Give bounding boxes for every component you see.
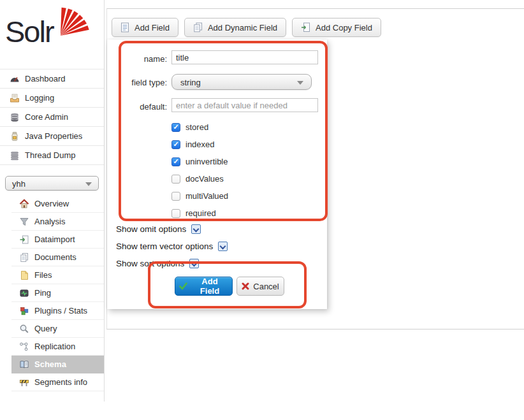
- sidebar-item-label: Overview: [34, 195, 69, 212]
- chevron-down-icon: [297, 81, 303, 85]
- checkbox-row-indexed[interactable]: indexed: [171, 140, 215, 149]
- solr-admin-app: Solr Dashboard Loggin: [0, 0, 524, 420]
- sidebar-item-label: Thread Dump: [25, 146, 75, 164]
- docvalues-checkbox[interactable]: [171, 175, 180, 184]
- core-nav: Overview Analysis Dataimport Documents: [0, 195, 104, 391]
- schema-icon: [18, 359, 29, 370]
- sidebar-item-label: Ping: [34, 284, 51, 301]
- sidebar-item-segments-info[interactable]: Segments info: [11, 373, 104, 391]
- expand-chevron-icon[interactable]: [191, 224, 201, 234]
- solr-logo-text: Solr: [5, 14, 54, 49]
- sidebar-item-label: Plugins / Stats: [34, 302, 87, 319]
- checkbox-row-required[interactable]: required: [171, 208, 216, 218]
- document-icon: [120, 22, 129, 33]
- multivalued-checkbox[interactable]: [171, 192, 180, 201]
- sidebar-item-dataimport[interactable]: Dataimport: [11, 231, 104, 249]
- documents-stack-icon: [193, 22, 203, 33]
- replication-icon: [18, 341, 29, 352]
- sidebar-item-files[interactable]: Files: [11, 266, 104, 284]
- default-input[interactable]: [171, 98, 318, 112]
- files-icon: [18, 270, 29, 280]
- expand-chevron-icon[interactable]: [189, 259, 199, 268]
- sidebar-item-label: Query: [34, 320, 57, 337]
- name-input[interactable]: [171, 50, 318, 64]
- stored-checkbox[interactable]: [171, 123, 180, 132]
- core-admin-icon: [9, 112, 20, 122]
- sidebar-item-schema[interactable]: Schema: [11, 356, 104, 373]
- sidebar-item-thread-dump[interactable]: Thread Dump: [0, 146, 104, 165]
- toggle-link-label: Show sort options: [116, 259, 184, 268]
- cancel-button[interactable]: Cancel: [237, 277, 284, 296]
- expand-chevron-icon[interactable]: [218, 242, 228, 251]
- show-sort-options-link[interactable]: Show sort options: [116, 259, 199, 268]
- checkbox-row-stored[interactable]: stored: [171, 122, 208, 132]
- checkbox-row-docvalues[interactable]: docValues: [171, 174, 224, 184]
- field-type-label: field type:: [119, 78, 167, 87]
- sidebar-item-ping[interactable]: Ping: [11, 284, 104, 302]
- sidebar: Solr Dashboard Loggin: [0, 0, 105, 402]
- sidebar-item-label: Logging: [25, 89, 54, 107]
- add-copy-field-button-label: Add Copy Field: [316, 23, 372, 33]
- required-checkbox[interactable]: [171, 209, 180, 218]
- add-field-button[interactable]: Add Field: [112, 18, 178, 37]
- check-icon: [179, 282, 187, 290]
- thread-dump-icon: [9, 150, 20, 161]
- checkbox-row-uninvertible[interactable]: uninvertible: [171, 157, 228, 166]
- toggle-link-label: Show omit options: [116, 224, 186, 234]
- solr-logo-burst-icon: [59, 5, 91, 39]
- sidebar-item-label: Dataimport: [34, 231, 75, 248]
- sidebar-item-overview[interactable]: Overview: [11, 195, 104, 213]
- field-type-value: string: [180, 78, 201, 87]
- checkbox-row-multivalued[interactable]: multiValued: [171, 191, 228, 201]
- submit-add-field-button[interactable]: Add Field: [175, 277, 233, 296]
- sidebar-item-label: Documents: [34, 249, 76, 266]
- checkbox-label: multiValued: [186, 191, 228, 201]
- field-type-dropdown[interactable]: string: [171, 74, 312, 90]
- checkbox-label: docValues: [186, 174, 224, 184]
- add-field-button-label: Add Field: [135, 23, 170, 33]
- sidebar-item-label: Dashboard: [25, 69, 66, 88]
- checkbox-label: required: [186, 208, 216, 218]
- indexed-checkbox[interactable]: [171, 140, 180, 149]
- segments-icon: [18, 377, 29, 387]
- sidebar-item-label: Core Admin: [25, 108, 68, 126]
- core-selector-dropdown[interactable]: yhh: [5, 176, 99, 191]
- default-label: default:: [119, 102, 167, 112]
- sidebar-item-java-properties[interactable]: Java Properties: [0, 127, 104, 146]
- sidebar-item-dashboard[interactable]: Dashboard: [0, 69, 104, 89]
- query-icon: [18, 323, 29, 334]
- x-icon: [242, 282, 249, 290]
- plugins-icon: [18, 305, 29, 316]
- documents-icon: [18, 252, 29, 263]
- sidebar-item-label: Replication: [34, 338, 75, 355]
- add-copy-field-button[interactable]: Add Copy Field: [292, 18, 381, 37]
- toggle-link-label: Show term vector options: [116, 242, 213, 251]
- cancel-button-label: Cancel: [253, 282, 279, 291]
- dataimport-icon: [18, 234, 29, 245]
- checkbox-label: indexed: [186, 140, 215, 149]
- sidebar-item-documents[interactable]: Documents: [11, 249, 104, 266]
- checkbox-label: stored: [186, 122, 208, 132]
- sidebar-item-logging[interactable]: Logging: [0, 89, 104, 108]
- core-selector-value: yhh: [12, 179, 25, 189]
- sidebar-item-analysis[interactable]: Analysis: [11, 213, 104, 231]
- add-dynamic-field-button[interactable]: Add Dynamic Field: [184, 18, 286, 37]
- document-arrow-icon: [301, 22, 310, 33]
- submit-add-field-label: Add Field: [191, 277, 228, 296]
- show-omit-options-link[interactable]: Show omit options: [116, 224, 201, 234]
- uninvertible-checkbox[interactable]: [171, 157, 180, 166]
- sidebar-item-label: Segments info: [34, 373, 87, 391]
- sidebar-item-label: Analysis: [34, 213, 65, 230]
- checkbox-label: uninvertible: [186, 157, 228, 166]
- sidebar-item-label: Java Properties: [25, 127, 82, 145]
- sidebar-item-label: Files: [34, 266, 52, 284]
- sidebar-item-query[interactable]: Query: [11, 320, 104, 338]
- chevron-down-icon: [85, 182, 92, 186]
- sidebar-item-core-admin[interactable]: Core Admin: [0, 108, 104, 127]
- sidebar-item-replication[interactable]: Replication: [11, 338, 104, 356]
- sidebar-item-plugins-stats[interactable]: Plugins / Stats: [11, 302, 104, 320]
- name-label: name:: [119, 54, 167, 64]
- show-term-vector-options-link[interactable]: Show term vector options: [116, 242, 228, 251]
- add-dynamic-field-button-label: Add Dynamic Field: [208, 23, 277, 33]
- main-nav: Dashboard Logging Core Admin Java Proper…: [0, 69, 104, 165]
